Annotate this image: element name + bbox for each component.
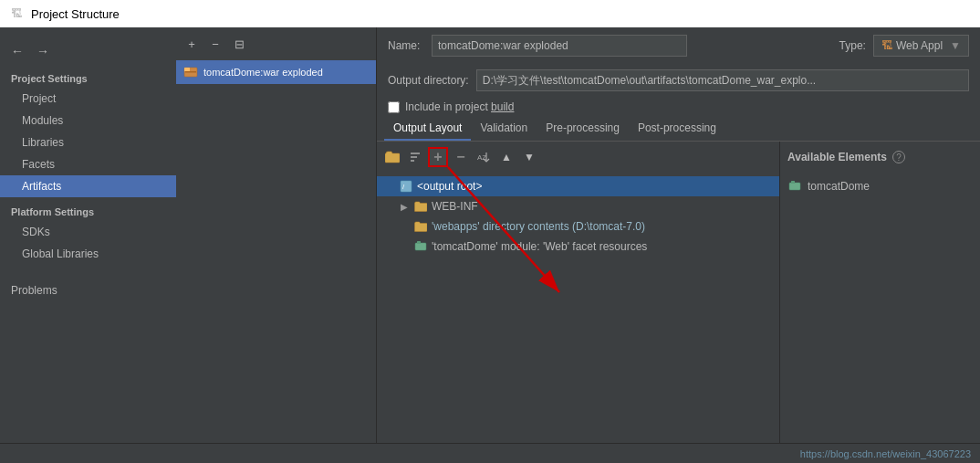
module-toggle bbox=[399, 241, 410, 252]
svg-rect-13 bbox=[791, 181, 795, 184]
main-layout: ← → Project Settings Project Modules Lib… bbox=[0, 27, 980, 443]
type-text: Web Appl bbox=[896, 39, 943, 52]
copy-artifact-button[interactable]: ⊟ bbox=[229, 34, 249, 54]
content-area: + − AZ ▲ ▼ bbox=[377, 142, 980, 443]
svg-rect-10 bbox=[415, 243, 426, 250]
svg-rect-2 bbox=[185, 71, 196, 73]
svg-rect-12 bbox=[789, 183, 800, 190]
output-dir-input[interactable] bbox=[476, 69, 969, 91]
right-panel: Name: Type: 🏗 Web Appl ▼ Output director… bbox=[377, 27, 980, 443]
sidebar-item-artifacts[interactable]: Artifacts bbox=[0, 175, 176, 197]
content-sort-btn[interactable] bbox=[405, 147, 425, 167]
sidebar-item-problems[interactable]: Problems bbox=[0, 279, 176, 301]
tab-pre-processing[interactable]: Pre-processing bbox=[537, 117, 629, 141]
left-content: + − AZ ▲ ▼ bbox=[377, 142, 779, 443]
name-input[interactable] bbox=[432, 35, 687, 57]
status-url: https://blog.csdn.net/weixin_43067223 bbox=[800, 448, 971, 459]
title-bar: 🏗 Project Structure bbox=[0, 0, 980, 27]
svg-rect-11 bbox=[417, 241, 421, 244]
sidebar: ← → Project Settings Project Modules Lib… bbox=[0, 27, 176, 443]
content-folder-btn[interactable] bbox=[382, 147, 402, 167]
help-icon[interactable]: ? bbox=[892, 151, 905, 163]
sidebar-item-global-libraries[interactable]: Global Libraries bbox=[0, 243, 176, 265]
add-artifact-button[interactable]: + bbox=[182, 34, 202, 54]
sidebar-item-sdks[interactable]: SDKs bbox=[0, 221, 176, 243]
sidebar-item-project[interactable]: Project bbox=[0, 88, 176, 110]
artifact-header: Name: Type: 🏗 Web Appl ▼ bbox=[377, 27, 980, 64]
avail-module-icon bbox=[787, 179, 802, 194]
svg-rect-1 bbox=[184, 68, 190, 71]
webinf-toggle[interactable]: ▶ bbox=[399, 201, 410, 212]
folder-icon bbox=[413, 199, 428, 214]
build-underline: build bbox=[491, 100, 514, 113]
artifact-toolbar: + − ⊟ bbox=[176, 27, 376, 60]
app-icon: 🏗 bbox=[9, 6, 24, 21]
bottom-bar: https://blog.csdn.net/weixin_43067223 bbox=[0, 443, 980, 463]
include-build-checkbox[interactable] bbox=[388, 101, 400, 113]
tree-item-webinf[interactable]: ▶ WEB-INF bbox=[391, 196, 779, 216]
remove-element-button[interactable]: − bbox=[451, 147, 471, 167]
tree-item-module-web[interactable]: 'tomcatDome' module: 'Web' facet resourc… bbox=[391, 237, 779, 257]
sort-abc-button[interactable]: AZ bbox=[474, 147, 494, 167]
include-build-row: Include in project build bbox=[377, 97, 980, 117]
content-toolbar: + − AZ ▲ ▼ bbox=[377, 142, 779, 173]
output-dir-row: Output directory: bbox=[377, 64, 980, 97]
nav-toolbar: ← → bbox=[0, 35, 176, 68]
available-list: tomcatDome bbox=[780, 173, 980, 443]
output-root-label: <output root> bbox=[417, 180, 482, 193]
tab-post-processing[interactable]: Post-processing bbox=[629, 117, 725, 141]
available-title: Available Elements bbox=[787, 151, 887, 163]
tab-output-layout[interactable]: Output Layout bbox=[384, 117, 471, 141]
module-icon bbox=[413, 239, 428, 254]
move-up-button[interactable]: ▲ bbox=[496, 147, 516, 167]
tree-item-output-root[interactable]: / <output root> bbox=[377, 176, 779, 196]
project-settings-section: Project Settings bbox=[0, 68, 176, 88]
add-element-button[interactable]: + bbox=[428, 147, 448, 167]
back-button[interactable]: ← bbox=[7, 41, 27, 61]
forward-button[interactable]: → bbox=[33, 41, 53, 61]
artifact-icon bbox=[183, 65, 198, 79]
artifact-item-tomcatdome[interactable]: tomcatDome:war exploded bbox=[176, 60, 376, 84]
webinf-label: WEB-INF bbox=[432, 200, 478, 213]
tree-area: / <output root> ▶ WEB-INF bbox=[377, 173, 779, 443]
artifact-name: tomcatDome:war exploded bbox=[203, 67, 323, 78]
tab-validation[interactable]: Validation bbox=[471, 117, 537, 141]
name-row: Name: bbox=[388, 35, 687, 57]
sidebar-item-facets[interactable]: Facets bbox=[0, 153, 176, 175]
avail-tomcatdome-label: tomcatDome bbox=[808, 180, 870, 193]
webapps-label: 'webapps' directory contents (D:\tomcat-… bbox=[432, 220, 645, 233]
move-down-button[interactable]: ▼ bbox=[519, 147, 539, 167]
webapps-folder-icon bbox=[413, 219, 428, 234]
remove-artifact-button[interactable]: − bbox=[205, 34, 225, 54]
available-header: Available Elements ? bbox=[780, 142, 980, 173]
name-label: Name: bbox=[388, 39, 424, 52]
platform-settings-section: Platform Settings bbox=[0, 197, 176, 221]
webapps-toggle bbox=[399, 221, 410, 232]
type-value: 🏗 Web Appl ▼ bbox=[873, 35, 969, 57]
artifact-list-panel: + − ⊟ tomcatDome:war exploded bbox=[176, 27, 377, 443]
type-row: Type: 🏗 Web Appl ▼ bbox=[839, 35, 969, 57]
tree-item-webapps[interactable]: 'webapps' directory contents (D:\tomcat-… bbox=[391, 216, 779, 237]
sidebar-item-libraries[interactable]: Libraries bbox=[0, 132, 176, 153]
type-dropdown-icon[interactable]: ▼ bbox=[950, 39, 961, 52]
available-panel: Available Elements ? tomcatDome bbox=[779, 142, 980, 443]
window-title: Project Structure bbox=[31, 7, 120, 21]
root-icon: / bbox=[399, 179, 413, 194]
avail-item-tomcatdome[interactable]: tomcatDome bbox=[780, 176, 980, 196]
output-dir-label: Output directory: bbox=[388, 74, 469, 87]
tabs-row: Output Layout Validation Pre-processing … bbox=[377, 117, 980, 142]
module-label: 'tomcatDome' module: 'Web' facet resourc… bbox=[432, 240, 647, 253]
sidebar-item-modules[interactable]: Modules bbox=[0, 110, 176, 132]
tree-toggle[interactable] bbox=[384, 181, 395, 192]
include-build-label: Include in project build bbox=[405, 100, 514, 113]
type-label: Type: bbox=[839, 39, 866, 52]
